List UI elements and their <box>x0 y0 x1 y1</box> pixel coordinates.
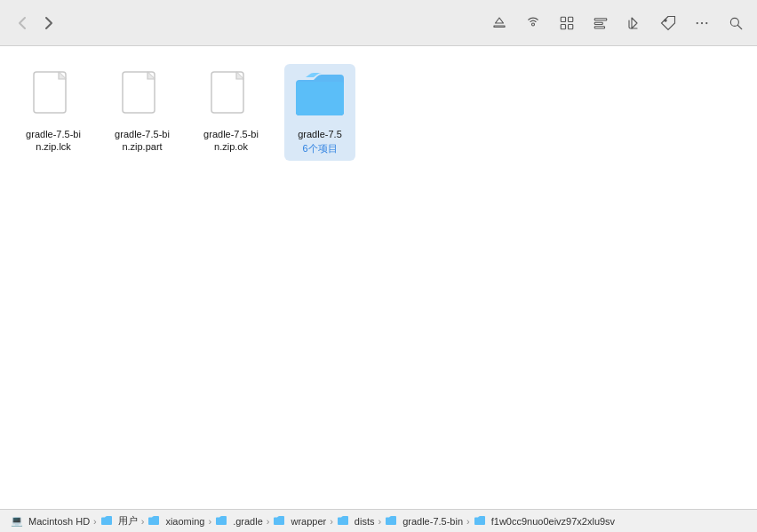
bc-label-4: wrapper <box>291 516 326 527</box>
more-icon[interactable] <box>691 12 713 34</box>
svg-rect-7 <box>594 26 604 28</box>
breadcrumb-item-1[interactable]: 用户 <box>100 514 138 528</box>
airdrop-icon[interactable] <box>522 12 544 34</box>
bc-label-5: dists <box>355 516 375 527</box>
breadcrumb-sep-3: › <box>267 516 270 527</box>
breadcrumb-item-6[interactable]: gradle-7.5-bin <box>385 516 463 527</box>
breadcrumb-sep-0: › <box>93 516 97 527</box>
bc-label-3: .gradle <box>233 516 263 527</box>
breadcrumb-item-4[interactable]: wrapper <box>273 516 326 527</box>
breadcrumb: 💻Macintosh HD› 用户› xiaoming› .gradle› wr… <box>11 514 615 528</box>
file-name-3: gradle-7.5 <box>298 128 342 140</box>
svg-point-9 <box>697 21 698 23</box>
breadcrumb-item-7[interactable]: f1w0cc9nuo0eivz97x2xlu9sv <box>474 516 615 527</box>
breadcrumb-item-5[interactable]: dists <box>337 516 375 527</box>
file-icon-0 <box>27 69 80 123</box>
svg-rect-4 <box>569 24 573 28</box>
folder-small-icon <box>385 516 397 526</box>
view-icon[interactable] <box>556 12 578 34</box>
svg-point-0 <box>532 23 535 26</box>
breadcrumb-sep-5: › <box>378 516 381 527</box>
folder-small-icon <box>147 516 160 526</box>
bc-label-0: Macintosh HD <box>28 516 90 527</box>
back-button[interactable] <box>11 12 34 35</box>
breadcrumb-item-3[interactable]: .gradle <box>215 516 263 527</box>
breadcrumb-sep-2: › <box>208 516 211 527</box>
forward-button[interactable] <box>37 12 60 35</box>
breadcrumb-sep-1: › <box>141 516 145 527</box>
file-icon-2 <box>204 69 258 123</box>
status-bar: 💻Macintosh HD› 用户› xiaoming› .gradle› wr… <box>0 509 757 532</box>
file-name-2: gradle-7.5-bin.zip.ok <box>201 128 261 154</box>
svg-rect-6 <box>594 22 602 24</box>
folder-small-icon <box>273 516 285 526</box>
svg-line-13 <box>737 25 742 29</box>
file-item-1[interactable]: gradle-7.5-bin.zip.part <box>107 64 178 159</box>
breadcrumb-item-0[interactable]: 💻Macintosh HD <box>11 515 90 527</box>
svg-point-10 <box>701 21 703 23</box>
svg-rect-5 <box>594 18 607 20</box>
search-icon[interactable] <box>725 12 746 34</box>
file-item-0[interactable]: gradle-7.5-bin.zip.lck <box>18 64 89 159</box>
folder-small-icon <box>337 516 349 526</box>
eject-icon[interactable] <box>489 12 510 34</box>
folder-small-icon <box>215 516 227 526</box>
svg-point-8 <box>665 19 666 20</box>
tag-icon[interactable] <box>657 12 679 34</box>
bc-label-2: xiaoming <box>165 516 204 527</box>
breadcrumb-sep-6: › <box>466 516 470 527</box>
toolbar-icons <box>489 12 746 34</box>
svg-rect-3 <box>561 24 565 28</box>
folder-small-icon <box>474 516 486 526</box>
breadcrumb-item-2[interactable]: xiaoming <box>147 516 204 527</box>
svg-point-11 <box>705 21 707 23</box>
file-icon-3 <box>293 69 347 123</box>
toolbar <box>0 0 757 46</box>
bc-label-6: gradle-7.5-bin <box>402 516 463 527</box>
breadcrumb-sep-4: › <box>330 516 333 527</box>
svg-rect-1 <box>561 17 565 21</box>
svg-rect-2 <box>569 17 573 21</box>
folder-small-icon <box>100 516 113 526</box>
file-area: gradle-7.5-bin.zip.lck gradle-7.5-bin.zi… <box>0 46 757 509</box>
file-item-2[interactable]: gradle-7.5-bin.zip.ok <box>195 64 267 159</box>
bc-label-1: 用户 <box>118 514 138 528</box>
file-subtitle-3: 6个项目 <box>302 142 337 155</box>
file-name-0: gradle-7.5-bin.zip.lck <box>23 128 84 154</box>
file-item-3[interactable]: gradle-7.5 6个项目 <box>284 64 355 161</box>
file-name-1: gradle-7.5-bin.zip.part <box>112 128 172 154</box>
file-icon-1 <box>116 69 169 123</box>
share-icon[interactable] <box>624 12 645 34</box>
nav-buttons <box>11 12 60 35</box>
arrange-icon[interactable] <box>590 12 611 34</box>
bc-label-7: f1w0cc9nuo0eivz97x2xlu9sv <box>491 516 615 527</box>
main-content: gradle-7.5-bin.zip.lck gradle-7.5-bin.zi… <box>0 46 757 509</box>
hd-icon: 💻 <box>11 515 23 527</box>
